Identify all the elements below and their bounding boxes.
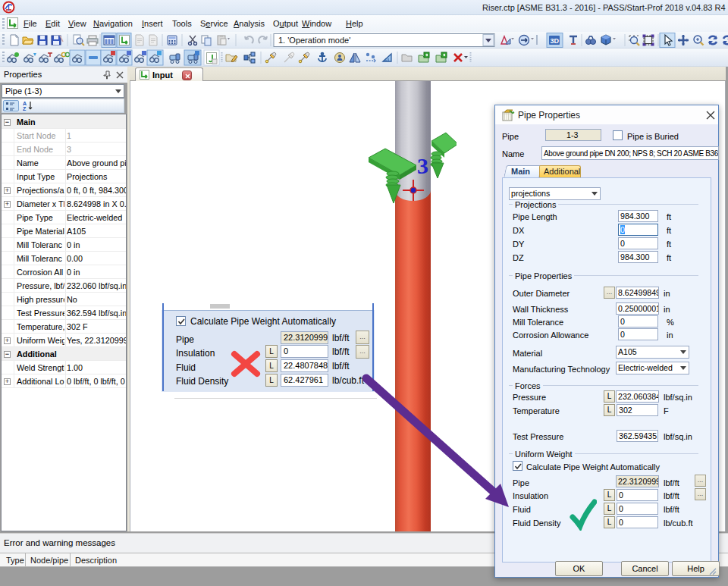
svg-text:Z: Z — [23, 106, 27, 111]
svg-text:A: A — [23, 101, 27, 106]
svg-text:1. 'Operation mode': 1. 'Operation mode' — [278, 36, 350, 45]
